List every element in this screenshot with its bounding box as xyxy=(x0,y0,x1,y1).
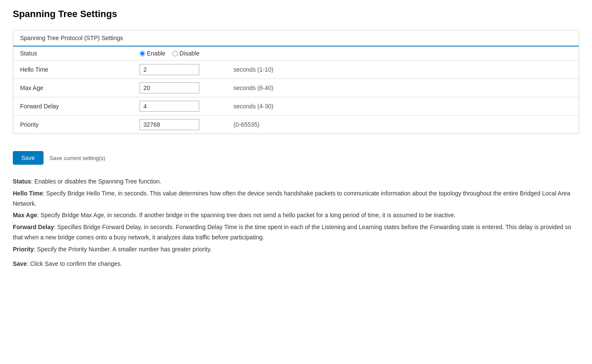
help-hello-term: Hello Time xyxy=(13,190,43,197)
row-unit-hello-time: seconds (1-10) xyxy=(227,61,579,79)
row-label-max-age: Max Age xyxy=(13,79,133,97)
help-save-term: Save xyxy=(13,260,27,267)
help-forward-term: Forward Delay xyxy=(13,224,54,230)
enable-label: Enable xyxy=(147,50,166,57)
settings-box-title: Spanning Tree Protocol (STP) Settings xyxy=(13,30,579,47)
help-maxage-term: Max Age xyxy=(13,212,37,218)
help-section: Status: Enables or disables the Spanning… xyxy=(13,177,579,269)
save-note: Save current setting(s) xyxy=(50,155,105,161)
row-unit-max-age: seconds (6-40) xyxy=(227,79,579,97)
settings-box: Spanning Tree Protocol (STP) Settings St… xyxy=(13,30,579,134)
hello-time-input[interactable] xyxy=(140,64,199,75)
table-row: Max Age seconds (6-40) xyxy=(13,79,579,97)
table-row: Forward Delay seconds (4-30) xyxy=(13,97,579,116)
table-row: Priority (0-65535) xyxy=(13,116,579,134)
help-max-age: Max Age: Specify Bridge Max Age, in seco… xyxy=(13,210,579,221)
help-hello-desc: : Specify Bridge Hello Time, in seconds.… xyxy=(13,190,570,207)
help-status-desc: : Enables or disables the Spanning Tree … xyxy=(31,178,161,185)
row-value-max-age[interactable] xyxy=(133,79,227,97)
disable-radio-label[interactable]: Disable xyxy=(172,50,200,57)
enable-radio-label[interactable]: Enable xyxy=(140,50,166,57)
help-priority-term: Priority xyxy=(13,246,34,253)
help-status-term: Status xyxy=(13,178,31,185)
help-hello-time: Hello Time: Specify Bridge Hello Time, i… xyxy=(13,189,579,209)
help-save: Save: Click Save to confirm the changes. xyxy=(13,259,579,269)
disable-label: Disable xyxy=(180,50,200,57)
disable-radio[interactable] xyxy=(172,51,178,56)
forward-delay-input[interactable] xyxy=(140,101,199,112)
max-age-input[interactable] xyxy=(140,82,199,93)
row-label-hello-time: Hello Time xyxy=(13,61,133,79)
row-value-hello-time[interactable] xyxy=(133,61,227,79)
enable-radio[interactable] xyxy=(140,51,145,56)
settings-table: Status Enable Disable xyxy=(13,47,579,134)
save-button[interactable]: Save xyxy=(13,151,44,165)
help-forward-delay: Forward Delay: Specifies Bridge Forward … xyxy=(13,222,579,243)
row-label-forward-delay: Forward Delay xyxy=(13,97,133,116)
help-status: Status: Enables or disables the Spanning… xyxy=(13,177,579,187)
table-row: Hello Time seconds (1-10) xyxy=(13,61,579,79)
help-priority: Priority: Specify the Priority Number. A… xyxy=(13,245,579,255)
page-title: Spanning Tree Settings xyxy=(13,9,579,20)
row-value-priority[interactable] xyxy=(133,116,227,134)
row-unit-priority: (0-65535) xyxy=(227,116,579,134)
table-row: Status Enable Disable xyxy=(13,47,579,61)
row-value-forward-delay[interactable] xyxy=(133,97,227,116)
help-save-desc: : Click Save to confirm the changes. xyxy=(27,260,122,267)
row-value-status: Enable Disable xyxy=(133,47,579,61)
priority-input[interactable] xyxy=(140,119,199,130)
row-unit-forward-delay: seconds (4-30) xyxy=(227,97,579,116)
save-row: Save Save current setting(s) xyxy=(13,144,579,168)
help-maxage-desc: : Specify Bridge Max Age, in seconds. If… xyxy=(37,212,456,218)
row-label-priority: Priority xyxy=(13,116,133,134)
row-label-status: Status xyxy=(13,47,133,61)
help-forward-desc: : Specifies Bridge Forward Delay, in sec… xyxy=(13,224,571,241)
help-priority-desc: : Specify the Priority Number. A smaller… xyxy=(34,246,212,253)
